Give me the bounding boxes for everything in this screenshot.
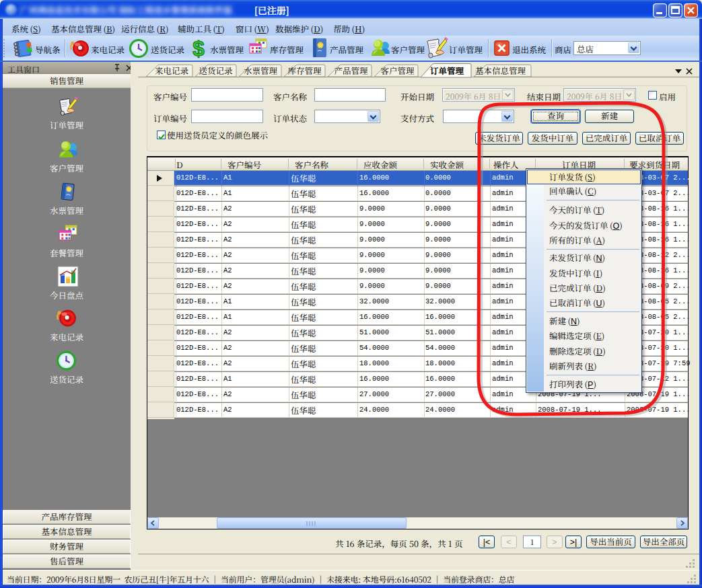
svg-text:$: $ bbox=[192, 38, 205, 59]
